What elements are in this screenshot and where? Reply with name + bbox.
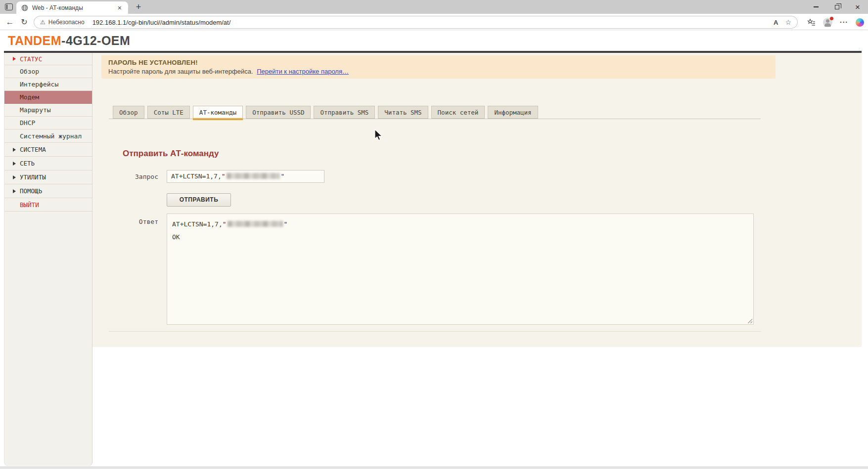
address-bar[interactable]: ⚠ Небезопасно 192.168.1.1/cgi-bin/luci//… [34, 16, 798, 29]
banner-message-line: Настройте пароль для защиты веб-интерфей… [108, 68, 769, 75]
security-label[interactable]: Небезопасно [48, 19, 85, 26]
sidebar-item-dhcp[interactable]: DHCP [4, 117, 92, 129]
sidebar-item-overview[interactable]: Обзор [4, 65, 92, 78]
browser-tab-title: Web - АТ-команды [32, 4, 116, 11]
tab-close-icon[interactable]: × [116, 4, 123, 12]
blurred-serial-value [228, 221, 283, 227]
more-icon[interactable]: ··· [840, 18, 848, 26]
password-warning-banner: ПАРОЛЬ НЕ УСТАНОВЛЕН! Настройте пароль д… [101, 55, 776, 79]
response-line-1: AT+LCTSN=1,7,"" [172, 218, 748, 231]
tabs-underline [109, 119, 761, 119]
command-text-suffix: " [281, 172, 285, 180]
at-command-input[interactable]: AT+LCTSN=1,7,"" [167, 170, 324, 183]
copilot-icon[interactable] [856, 18, 864, 27]
response-line-2: OK [172, 231, 748, 244]
restore-icon [835, 5, 839, 9]
notification-dot [830, 17, 833, 20]
window-controls: × [806, 0, 868, 14]
favorite-star-icon[interactable]: ☆ [785, 18, 791, 26]
back-button[interactable]: ← [4, 16, 16, 28]
workspaces-icon[interactable] [5, 3, 13, 10]
response-textarea[interactable]: AT+LCTSN=1,7,"" OK [167, 213, 754, 325]
request-label: Запрос [99, 173, 158, 180]
form-bottom-divider [109, 331, 761, 332]
tab-send-sms[interactable]: Отправить SMS [314, 106, 375, 119]
minimize-button[interactable] [806, 0, 826, 14]
sidebar-menu: СТАТУС Обзор Интерфейсы Модем Маршруты D… [4, 53, 92, 466]
brand-name: TANDEM [8, 34, 61, 47]
toolbar-right-icons: ··· [807, 16, 864, 29]
banner-title: ПАРОЛЬ НЕ УСТАНОВЛЕН! [108, 59, 769, 66]
command-text-prefix: AT+LCTSN=1,7," [171, 172, 226, 180]
sidebar-item-network[interactable]: СЕТЬ [4, 157, 92, 171]
tab-send-ussd[interactable]: Отправить USSD [246, 106, 311, 119]
sidebar-item-interfaces[interactable]: Интерфейсы [4, 78, 92, 91]
triangle-icon [13, 57, 16, 61]
new-tab-button[interactable]: + [133, 1, 144, 13]
browser-tab-strip: Web - АТ-команды × + × [0, 0, 868, 14]
globe-icon [21, 4, 28, 11]
workspaces-icon-bar [6, 4, 7, 9]
brand-logo: TANDEM-4G12-OEM [8, 34, 130, 48]
brand-model: -4G12-OEM [61, 34, 130, 47]
page-title: Отправить АТ-команду [123, 149, 219, 159]
screen: Web - АТ-команды × + × ← ↻ ⚠ Небезопасно… [0, 0, 868, 469]
read-aloud-icon[interactable]: A [774, 19, 778, 26]
site-header: TANDEM-4G12-OEM [0, 30, 868, 51]
sidebar-item-status[interactable]: СТАТУС [4, 53, 92, 65]
banner-message: Настройте пароль для защиты веб-интерфей… [108, 68, 253, 75]
mouse-cursor [374, 129, 383, 142]
sidebar-item-routes[interactable]: Маршруты [4, 104, 92, 117]
response-text-suffix: " [284, 220, 288, 228]
resize-grip[interactable] [747, 318, 752, 323]
triangle-icon [13, 162, 16, 166]
warning-icon: ⚠ [40, 19, 46, 26]
response-text-prefix: AT+LCTSN=1,7," [172, 220, 227, 228]
page-bottom-edge [0, 467, 868, 469]
blurred-serial-value [227, 173, 280, 179]
triangle-icon [13, 175, 16, 179]
url-text[interactable]: 192.168.1.1/cgi-bin/luci//admin/status/m… [92, 19, 770, 26]
tab-at-commands[interactable]: АТ-команды [193, 106, 243, 119]
banner-password-link[interactable]: Перейти к настройке пароля… [257, 68, 349, 75]
tab-lte-cells[interactable]: Соты LTE [147, 106, 190, 119]
sidebar-item-system[interactable]: СИСТЕМА [4, 143, 92, 157]
browser-tab[interactable]: Web - АТ-команды × [16, 1, 128, 14]
triangle-icon [13, 189, 16, 193]
response-label: Ответ [99, 218, 158, 225]
sidebar-item-modem[interactable]: Модем [4, 91, 92, 104]
restore-button[interactable] [826, 0, 847, 14]
address-bar-icons: A ☆ [774, 18, 791, 26]
tab-network-search[interactable]: Поиск сетей [431, 106, 485, 119]
sidebar-item-logout[interactable]: ВЫЙТИ [4, 198, 92, 212]
sidebar-item-syslog[interactable]: Системный журнал [4, 129, 92, 143]
sidebar-item-help[interactable]: ПОМОЩЬ [4, 184, 92, 198]
tab-overview[interactable]: Обзор [113, 106, 144, 119]
sidebar-item-utilities[interactable]: УТИЛИТЫ [4, 171, 92, 184]
send-button[interactable]: ОТПРАВИТЬ [167, 193, 231, 207]
page-tabs: Обзор Соты LTE АТ-команды Отправить USSD… [113, 106, 541, 119]
refresh-button[interactable]: ↻ [18, 16, 30, 28]
close-button[interactable]: × [847, 0, 868, 14]
tab-information[interactable]: Информация [488, 106, 538, 119]
triangle-icon [13, 148, 16, 152]
avatar[interactable] [823, 18, 832, 27]
favorites-hub-icon[interactable] [807, 18, 816, 27]
minimize-icon [814, 6, 819, 7]
tab-read-sms[interactable]: Читать SMS [378, 106, 428, 119]
